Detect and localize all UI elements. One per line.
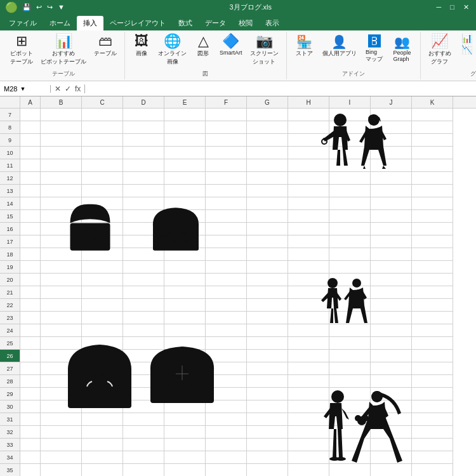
online-image-button[interactable]: 🌐 オンライン画像 <box>155 33 189 67</box>
row-header-35[interactable]: 35 <box>0 464 20 476</box>
row-header-10[interactable]: 10 <box>0 147 20 159</box>
insert-function-icon[interactable]: fx <box>74 84 82 93</box>
sheet-body: 7 8 9 10 11 12 13 14 15 16 17 18 19 20 2… <box>0 109 476 476</box>
tab-view[interactable]: 表示 <box>259 16 286 30</box>
grid-area <box>20 109 476 476</box>
tab-file[interactable]: ファイル <box>3 16 43 30</box>
col-header-i[interactable]: I <box>329 96 371 108</box>
cancel-formula-icon[interactable]: ✕ <box>53 84 62 93</box>
spreadsheet: A B C D E F G H I J K 7 8 9 10 11 12 13 … <box>0 96 476 476</box>
ring-box-large-svg <box>62 337 138 413</box>
tab-review[interactable]: 校閲 <box>232 16 259 30</box>
customize-button[interactable]: ▼ <box>56 3 67 11</box>
row-header-19[interactable]: 19 <box>0 261 20 274</box>
smartart-button[interactable]: 🔷 SmartArt <box>217 33 245 57</box>
row-header-28[interactable]: 28 <box>0 375 20 388</box>
ring-box-open-svg <box>147 197 204 255</box>
ribbon-tabs: ファイル ホーム 挿入 ページレイアウト 数式 データ 校閲 表示 <box>0 14 476 30</box>
smartart-icon: 🔷 <box>222 34 239 48</box>
row-header-11[interactable]: 11 <box>0 159 20 172</box>
row-header-26[interactable]: 26 <box>0 350 20 362</box>
row-header-13[interactable]: 13 <box>0 185 20 197</box>
tab-formulas[interactable]: 数式 <box>172 16 199 30</box>
row-header-17[interactable]: 17 <box>0 235 20 248</box>
row-header-12[interactable]: 12 <box>0 172 20 185</box>
personal-apps-button[interactable]: 👤 個人用アプリ <box>320 33 359 59</box>
tab-insert[interactable]: 挿入 <box>77 16 103 30</box>
row-header-29[interactable]: 29 <box>0 388 20 400</box>
save-button[interactable]: 💾 <box>20 3 33 12</box>
confirm-formula-icon[interactable]: ✓ <box>63 84 72 93</box>
row-header-7[interactable]: 7 <box>0 109 20 121</box>
formula-input[interactable] <box>85 85 476 93</box>
diamond-box-svg <box>147 337 217 407</box>
cell-ref-dropdown[interactable]: ▼ <box>20 86 25 92</box>
col-header-g[interactable]: G <box>247 96 288 108</box>
row-header-22[interactable]: 22 <box>0 299 20 312</box>
bing-icon: 🅱 <box>368 34 381 49</box>
row-header-21[interactable]: 21 <box>0 286 20 299</box>
tab-page-layout[interactable]: ページレイアウト <box>103 16 172 30</box>
window-title: 3月ブログ.xls <box>67 3 435 12</box>
row-header-33[interactable]: 33 <box>0 439 20 451</box>
minimize-button[interactable]: ─ <box>435 3 444 12</box>
row-header-18[interactable]: 18 <box>0 248 20 261</box>
shapes-button[interactable]: △ 図形 <box>192 33 215 59</box>
row-header-25[interactable]: 25 <box>0 337 20 350</box>
undo-button[interactable]: ↩ <box>34 3 44 12</box>
ribbon: ⊞ ピボットテーブル 📊 おすすめピボットテーブル 🗃 テーブル テーブル 🖼 … <box>0 30 476 81</box>
bing-maps-button[interactable]: 🅱 Bingマップ <box>362 33 387 65</box>
col-header-b[interactable]: B <box>41 96 82 108</box>
row-header-24[interactable]: 24 <box>0 324 20 337</box>
row-header-9[interactable]: 9 <box>0 134 20 147</box>
row-header-31[interactable]: 31 <box>0 413 20 426</box>
store-button[interactable]: 🏪 ストア <box>292 33 317 59</box>
line-chart-button[interactable]: 📉 <box>458 44 476 55</box>
recommended-charts-button[interactable]: 📈 おすすめグラフ <box>426 33 454 67</box>
row-header-14[interactable]: 14 <box>0 197 20 210</box>
svg-point-7 <box>334 114 347 126</box>
personal-apps-icon: 👤 <box>331 34 347 50</box>
col-header-k[interactable]: K <box>412 96 453 108</box>
redo-button[interactable]: ↪ <box>45 3 55 12</box>
col-header-h[interactable]: H <box>288 96 329 108</box>
proposal-couple-svg <box>314 109 396 191</box>
pivot-table-button[interactable]: ⊞ ピボットテーブル <box>8 33 36 67</box>
row-header-16[interactable]: 16 <box>0 223 20 235</box>
formula-bar: M28 ▼ ✕ ✓ fx <box>0 81 476 96</box>
row-header-32[interactable]: 32 <box>0 426 20 439</box>
col-header-d[interactable]: D <box>123 96 164 108</box>
ring-box-large <box>62 337 138 413</box>
cell-reference[interactable]: M28 ▼ <box>0 85 51 93</box>
shapes-icon: △ <box>198 34 209 48</box>
quick-access-toolbar: 🟢 💾 ↩ ↪ ▼ <box>5 1 67 13</box>
col-header-f[interactable]: F <box>206 96 247 108</box>
people-graph-button[interactable]: 👥 PeopleGraph <box>390 33 415 63</box>
couple-small <box>314 274 377 337</box>
svg-point-6 <box>181 232 184 235</box>
image-button[interactable]: 🖼 画像 <box>130 33 153 59</box>
svg-point-2 <box>88 224 93 230</box>
col-header-c[interactable]: C <box>82 96 123 108</box>
row-header-15[interactable]: 15 <box>0 210 20 223</box>
proposal-couple <box>314 109 396 191</box>
tab-data[interactable]: データ <box>199 16 232 30</box>
table-button[interactable]: 🗃 テーブル <box>91 33 119 59</box>
col-header-e[interactable]: E <box>164 96 206 108</box>
row-header-27[interactable]: 27 <box>0 362 20 375</box>
tab-home[interactable]: ホーム <box>43 16 77 30</box>
bar-chart-button[interactable]: 📊 <box>458 33 476 43</box>
recommended-pivot-button[interactable]: 📊 おすすめピボットテーブル <box>38 33 89 67</box>
screenshot-button[interactable]: 📷 スクリーンショット <box>248 33 281 67</box>
row-header-23[interactable]: 23 <box>0 312 20 324</box>
row-header-30[interactable]: 30 <box>0 400 20 413</box>
maximize-button[interactable]: □ <box>448 3 456 12</box>
col-header-j[interactable]: J <box>371 96 412 108</box>
row-header-34[interactable]: 34 <box>0 451 20 464</box>
row-header-20[interactable]: 20 <box>0 274 20 286</box>
col-header-a[interactable]: A <box>20 96 41 108</box>
row-header-8[interactable]: 8 <box>0 121 20 134</box>
close-button[interactable]: ✕ <box>461 3 471 12</box>
svg-point-5 <box>168 232 171 235</box>
svg-point-19 <box>331 390 344 403</box>
